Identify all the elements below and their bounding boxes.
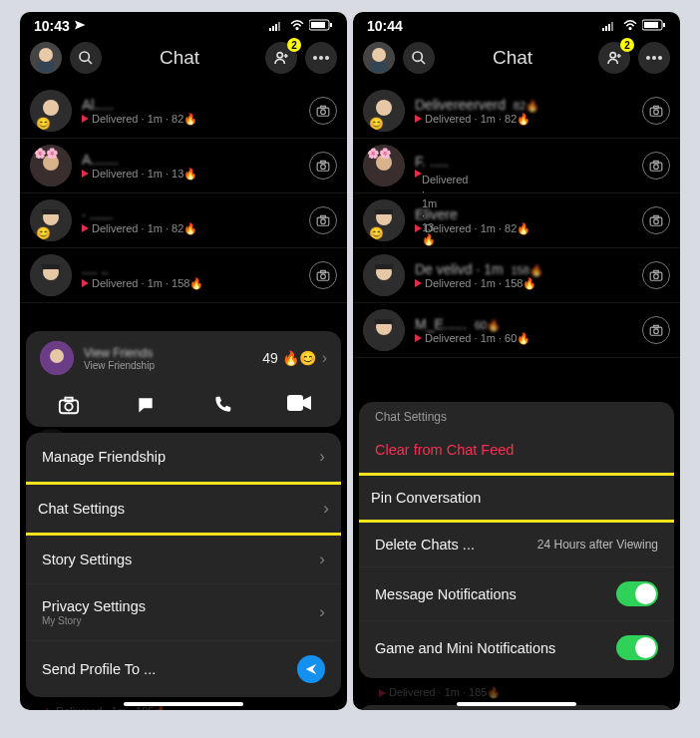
delete-chats-item[interactable]: Delete Chats ... 24 Hours after Viewing	[359, 523, 674, 567]
chevron-right-icon: ›	[319, 550, 325, 569]
chat-row[interactable]: 😊 Elivere Delivered · 1m · 82🔥	[353, 193, 680, 248]
svg-text:😊: 😊	[36, 116, 51, 131]
more-button[interactable]	[638, 42, 670, 74]
chat-row[interactable]: .... .. Delivered · 1m · 158🔥	[20, 248, 347, 303]
svg-point-70	[376, 100, 392, 116]
svg-point-66	[646, 56, 650, 60]
send-icon	[297, 655, 325, 683]
delivered-icon	[415, 334, 422, 342]
menu-sublabel: My Story	[42, 615, 146, 626]
search-button[interactable]	[70, 42, 102, 74]
game-notifications-item[interactable]: Game and Mini Notifications	[359, 621, 674, 674]
camera-button[interactable]	[309, 97, 337, 125]
svg-point-98	[654, 329, 659, 334]
delivered-icon	[415, 115, 422, 123]
profile-avatar[interactable]	[30, 42, 62, 74]
chevron-right-icon: ›	[322, 349, 327, 367]
left-screenshot: 10:43 Chat 2 😊	[20, 12, 347, 710]
svg-point-11	[80, 52, 89, 61]
status-bar: 10:44	[353, 12, 680, 36]
svg-point-45	[50, 349, 64, 363]
friend-badge: 2	[620, 38, 634, 52]
call-button[interactable]	[194, 395, 250, 415]
svg-point-9	[39, 48, 53, 62]
privacy-settings-item[interactable]: Privacy Settings My Story ›	[26, 584, 341, 641]
chat-subtext: Delivered · 1m · 82🔥	[425, 222, 530, 235]
menu-label: Manage Friendship	[42, 449, 166, 465]
camera-button[interactable]	[309, 152, 337, 180]
chat-row[interactable]: 🌸🌸 F. ..... Delivered · 1m · 13🔥	[353, 139, 680, 193]
svg-point-63	[610, 53, 615, 58]
more-button[interactable]	[305, 42, 337, 74]
footer-row: Delivered · 1m · 185🔥	[389, 686, 501, 699]
profile-avatar[interactable]	[363, 42, 395, 74]
svg-rect-6	[311, 22, 325, 28]
svg-rect-1	[272, 26, 274, 31]
svg-point-23	[321, 110, 326, 115]
send-profile-item[interactable]: Send Profile To ...	[26, 641, 341, 697]
camera-button[interactable]	[309, 206, 337, 234]
battery-icon	[309, 18, 333, 34]
snap-button[interactable]	[41, 395, 97, 415]
top-bar: Chat 2	[20, 36, 347, 80]
clear-chat-item[interactable]: Clear from Chat Feed	[359, 428, 674, 473]
camera-button[interactable]	[642, 261, 670, 289]
toggle-on[interactable]	[616, 635, 658, 660]
chat-settings-item[interactable]: Chat Settings ›	[26, 482, 341, 536]
camera-button[interactable]	[642, 97, 670, 125]
svg-rect-83	[375, 209, 393, 214]
camera-button[interactable]	[642, 316, 670, 344]
home-indicator[interactable]	[457, 702, 576, 706]
chevron-right-icon: ›	[323, 499, 329, 519]
delivered-icon	[415, 279, 422, 287]
home-indicator[interactable]	[124, 702, 243, 706]
manage-friendship-item[interactable]: Manage Friendship ›	[26, 433, 341, 482]
chat-row[interactable]: 😊 Delivereerverd 82🔥 Delivered · 1m · 82…	[353, 84, 680, 139]
svg-rect-3	[278, 22, 280, 31]
search-button[interactable]	[403, 42, 435, 74]
pin-conversation-item[interactable]: Pin Conversation	[359, 473, 674, 523]
chat-row[interactable]: 🌸🌸 A....... Delivered · 1m · 13🔥	[20, 139, 347, 193]
svg-text:😊: 😊	[369, 225, 384, 240]
chat-name: F. .....	[415, 154, 642, 170]
svg-point-92	[654, 274, 659, 279]
chat-row[interactable]: 😊 Al..... Delivered · 1m · 82🔥	[20, 84, 347, 139]
svg-rect-7	[330, 23, 332, 27]
camera-button[interactable]	[309, 261, 337, 289]
view-friendship-row[interactable]: View Friends View Friendship 49 🔥😊 ›	[26, 331, 341, 385]
add-friend-button[interactable]: 2	[598, 42, 630, 74]
menu-label: Pin Conversation	[371, 490, 481, 506]
right-screenshot: 10:44 Chat 2 😊 Delive	[353, 12, 680, 710]
delivered-icon: Delivered · 1m · 13🔥	[415, 170, 422, 178]
chevron-right-icon: ›	[319, 602, 325, 622]
chat-row[interactable]: M_E...... 60🔥 Delivered · 1m · 60🔥	[353, 303, 680, 358]
chat-row[interactable]: 😊 · ...... Delivered · 1m · 82🔥	[20, 193, 347, 248]
svg-point-4	[296, 28, 298, 30]
toggle-on[interactable]	[616, 581, 658, 606]
delivered-icon	[415, 224, 422, 232]
chat-subtext: Delivered · 1m · 158🔥	[92, 277, 203, 290]
chat-row[interactable]: De velivd · 1m 158🔥 Delivered · 1m · 158…	[353, 248, 680, 303]
camera-button[interactable]	[642, 152, 670, 180]
signal-icon	[602, 18, 618, 34]
svg-point-61	[413, 52, 422, 61]
chat-list: 😊 Delivereerverd 82🔥 Delivered · 1m · 82…	[353, 80, 680, 362]
delivered-icon	[82, 115, 89, 123]
screen-title: Chat	[102, 47, 257, 69]
camera-button[interactable]	[642, 206, 670, 234]
chat-button[interactable]	[118, 395, 174, 415]
delivered-icon	[82, 224, 89, 232]
story-settings-item[interactable]: Story Settings ›	[26, 536, 341, 584]
chat-name: M_E...... 60🔥	[415, 316, 642, 332]
video-button[interactable]	[271, 395, 327, 415]
svg-point-73	[654, 110, 659, 115]
message-notifications-item[interactable]: Message Notifications	[359, 567, 674, 621]
menu-label: Story Settings	[42, 552, 132, 567]
add-friend-button[interactable]: 2	[265, 42, 297, 74]
svg-point-42	[321, 274, 326, 279]
wifi-icon	[289, 18, 305, 34]
svg-rect-90	[375, 264, 393, 269]
svg-rect-10	[38, 62, 54, 72]
svg-rect-53	[611, 22, 613, 31]
location-icon	[74, 18, 86, 34]
